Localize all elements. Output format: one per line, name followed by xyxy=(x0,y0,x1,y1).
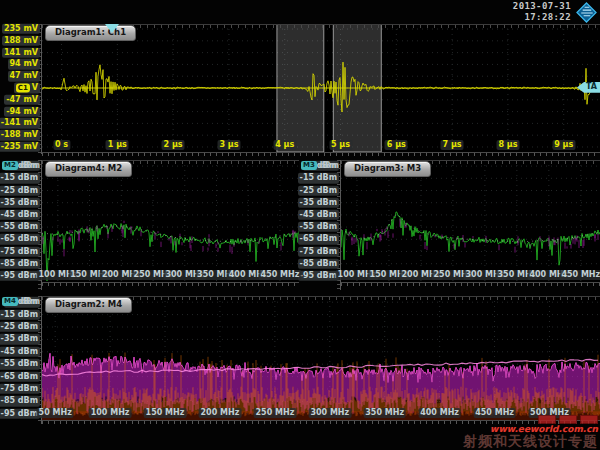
y-axis-label: -95 dBm xyxy=(298,271,339,281)
x-axis-label: 450 MHz xyxy=(473,408,516,418)
diagram3-bottom-ruler xyxy=(341,282,600,288)
x-axis-label: 500 MHz xyxy=(528,408,571,418)
diagram4-unit-row: M2 dBm xyxy=(2,161,40,170)
rohde-schwarz-logo xyxy=(576,2,597,23)
x-axis-label: 1 µs xyxy=(106,140,129,150)
m4-marker[interactable]: M4 xyxy=(2,297,18,306)
x-axis-label: 0 s xyxy=(53,140,70,150)
date-text: 2013-07-31 xyxy=(513,1,571,12)
y-axis-label: -85 dBm xyxy=(298,258,339,268)
diagram2-tab[interactable]: Diagram2: M4 xyxy=(45,297,132,313)
y-axis-label: -95 dBm xyxy=(0,409,40,419)
y-axis-label: 235 mV xyxy=(2,24,40,34)
y-axis-label: -75 dBm xyxy=(0,246,40,256)
x-axis-label: 8 µs xyxy=(496,140,519,150)
diagram3-panel: M3 dBm -5 dBm-15 dBm-25 dBm-35 dBm-45 dB… xyxy=(299,160,600,294)
x-axis-label: 6 µs xyxy=(385,140,408,150)
y-axis-label: 188 mV xyxy=(2,36,40,46)
y-axis-label: -75 dBm xyxy=(298,246,339,256)
diagram3-tab[interactable]: Diagram3: M3 xyxy=(344,161,431,177)
y-axis-label: -47 mV xyxy=(4,95,40,105)
y-axis-label: -45 dBm xyxy=(298,210,339,220)
diagram4-unit-label: dBm xyxy=(20,162,40,170)
y-axis-label: -25 dBm xyxy=(0,185,40,195)
y-axis-label: 94 mV xyxy=(8,59,40,69)
x-axis-label: 400 MHz xyxy=(418,408,461,418)
y-axis-label: -55 dBm xyxy=(0,222,40,232)
status-bar: 2013-07-31 17:28:22 xyxy=(0,0,600,24)
y-axis-label: -45 dBm xyxy=(0,347,40,357)
diagram2-bottom-ruler xyxy=(42,420,600,426)
y-axis-label: -15 dBm xyxy=(0,309,40,319)
m3-marker[interactable]: M3 xyxy=(301,161,317,170)
y-axis-label: -35 dBm xyxy=(0,334,40,344)
diagram4-panel: M2 dBm -5 dBm-15 dBm-25 dBm-35 dBm-45 dB… xyxy=(0,160,299,294)
diagram4-plot-area[interactable]: Diagram4: M2 100 MHz150 MHz200 MHz250 MH… xyxy=(42,160,299,294)
y-axis-label: -188 mV xyxy=(0,130,40,140)
watermark-caption: 射频和天线设计专题 xyxy=(463,434,598,449)
x-axis-label: 150 MHz xyxy=(144,408,187,418)
diagram1-tab[interactable]: Diagram1: Ch1 xyxy=(45,25,136,41)
diagram4-tab-label: Diagram4: M2 xyxy=(55,163,122,173)
time-text: 17:28:22 xyxy=(513,12,571,23)
x-axis-label: 100 MHz xyxy=(89,408,132,418)
x-axis-label: 7 µs xyxy=(441,140,464,150)
y-axis-label: -25 dBm xyxy=(0,322,40,332)
diagram2-tab-label: Diagram2: M4 xyxy=(55,299,122,309)
x-axis-label: 2 µs xyxy=(162,140,185,150)
diagram2-unit-row: M4 dBm xyxy=(2,297,40,306)
diagram3-unit-label: dBm xyxy=(319,162,339,170)
middle-row: M2 dBm -5 dBm-15 dBm-25 dBm-35 dBm-45 dB… xyxy=(0,160,600,294)
y-axis-label: -141 mV xyxy=(0,118,40,128)
diagram1-waveform[interactable] xyxy=(42,24,600,152)
y-axis-label: -95 dBm xyxy=(0,271,40,281)
diagram2-unit-label: dBm xyxy=(20,298,40,306)
m2-marker[interactable]: M2 xyxy=(2,161,18,170)
y-axis-label: -85 dBm xyxy=(0,258,40,268)
x-axis-label: 5 µs xyxy=(329,140,352,150)
y-axis-label: -65 dBm xyxy=(0,234,40,244)
y-axis-label: -94 mV xyxy=(4,106,40,116)
diagram4-tab[interactable]: Diagram4: M2 xyxy=(45,161,132,177)
diagram4-spectrum[interactable] xyxy=(42,160,299,282)
datetime-display: 2013-07-31 17:28:22 xyxy=(513,1,571,24)
trigger-position-marker[interactable] xyxy=(105,24,119,33)
diagram2-spectrum[interactable] xyxy=(42,296,600,420)
diagram2-plot-area[interactable]: Diagram2: M4 50 MHz100 MHz150 MHz200 MHz… xyxy=(42,296,600,428)
x-axis-label: 3 µs xyxy=(217,140,240,150)
x-axis-label: 4 µs xyxy=(273,140,296,150)
diagram1-panel: 235 mV188 mV141 mV94 mV47 mVC1V-47 mV-94… xyxy=(0,24,600,158)
y-axis-label: -45 dBm xyxy=(0,210,40,220)
y-axis-label: -65 dBm xyxy=(0,371,40,381)
y-axis-label: -35 dBm xyxy=(0,197,40,207)
y-axis-label: -15 dBm xyxy=(0,173,40,183)
diagram3-plot-area[interactable]: Diagram3: M3 100 MHz150 MHz200 MHz250 MH… xyxy=(341,160,600,294)
diagram2-panel: M4 dBm -5 dBm-15 dBm-25 dBm-35 dBm-45 dB… xyxy=(0,296,600,428)
y-axis-label: -235 mV xyxy=(0,142,40,152)
diagram1-plot-area[interactable]: TA Diagram1: Ch1 0 s1 µs2 µs3 µs4 µs5 µs… xyxy=(42,24,600,158)
y-axis-label: -35 dBm xyxy=(298,197,339,207)
y-axis-label: -25 dBm xyxy=(298,185,339,195)
x-axis-label: 9 µs xyxy=(552,140,575,150)
channel1-offset-marker[interactable]: C1 xyxy=(16,84,30,93)
x-axis-label: 450 MHz xyxy=(259,270,302,280)
diagram2-y-axis: M4 dBm -5 dBm-15 dBm-25 dBm-35 dBm-45 dB… xyxy=(0,296,42,428)
diagram1-bottom-ruler xyxy=(42,152,600,158)
y-axis-label: -65 dBm xyxy=(298,234,339,244)
diagram3-tab-label: Diagram3: M3 xyxy=(354,163,421,173)
y-axis-label: 47 mV xyxy=(8,71,40,81)
y-axis-label: -55 dBm xyxy=(298,222,339,232)
x-axis-label: 300 MHz xyxy=(308,408,351,418)
x-axis-label: 50 MHz xyxy=(37,408,74,418)
x-axis-label: 450 MHz xyxy=(559,270,600,280)
x-axis-label: 200 MHz xyxy=(198,408,241,418)
y-axis-label: -75 dBm xyxy=(0,384,40,394)
y-axis-label: 141 mV xyxy=(2,47,40,57)
diagram4-bottom-ruler xyxy=(42,282,299,288)
y-axis-label: -85 dBm xyxy=(0,396,40,406)
diagram3-spectrum[interactable] xyxy=(341,160,600,282)
x-axis-label: 250 MHz xyxy=(253,408,296,418)
x-axis-label: 350 MHz xyxy=(363,408,406,418)
diagram3-unit-row: M3 dBm xyxy=(301,161,339,170)
y-axis-label: C1V xyxy=(14,83,40,94)
